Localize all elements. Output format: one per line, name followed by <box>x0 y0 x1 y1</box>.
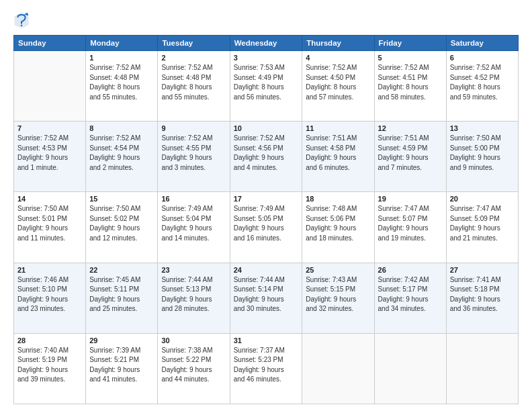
day-info: Sunrise: 7:48 AMSunset: 5:06 PMDaylight:… <box>306 204 370 243</box>
calendar-cell: 11Sunrise: 7:51 AMSunset: 4:58 PMDayligh… <box>302 122 374 192</box>
calendar-week-row: 21Sunrise: 7:46 AMSunset: 5:10 PMDayligh… <box>14 263 519 333</box>
day-info: Sunrise: 7:52 AMSunset: 4:51 PMDaylight:… <box>378 63 443 102</box>
day-info: Sunrise: 7:52 AMSunset: 4:53 PMDaylight:… <box>17 134 82 173</box>
day-info: Sunrise: 7:52 AMSunset: 4:48 PMDaylight:… <box>89 63 154 102</box>
calendar-cell: 12Sunrise: 7:51 AMSunset: 4:59 PMDayligh… <box>374 122 446 192</box>
calendar-table: SundayMondayTuesdayWednesdayThursdayFrid… <box>13 35 519 404</box>
calendar-cell: 18Sunrise: 7:48 AMSunset: 5:06 PMDayligh… <box>302 192 374 263</box>
day-number: 22 <box>89 266 154 274</box>
day-info: Sunrise: 7:51 AMSunset: 4:59 PMDaylight:… <box>378 134 443 173</box>
calendar-cell <box>446 333 518 404</box>
calendar-cell: 17Sunrise: 7:49 AMSunset: 5:05 PMDayligh… <box>230 192 302 263</box>
day-info: Sunrise: 7:52 AMSunset: 4:50 PMDaylight:… <box>306 63 370 102</box>
day-info: Sunrise: 7:49 AMSunset: 5:04 PMDaylight:… <box>161 204 226 243</box>
day-number: 8 <box>89 124 154 132</box>
calendar-cell: 5Sunrise: 7:52 AMSunset: 4:51 PMDaylight… <box>374 51 446 122</box>
day-number: 23 <box>161 266 226 274</box>
calendar-cell: 8Sunrise: 7:52 AMSunset: 4:54 PMDaylight… <box>86 122 158 192</box>
day-number: 21 <box>17 266 82 274</box>
calendar-cell: 22Sunrise: 7:45 AMSunset: 5:11 PMDayligh… <box>86 263 158 333</box>
calendar-cell: 4Sunrise: 7:52 AMSunset: 4:50 PMDaylight… <box>302 51 374 122</box>
day-number: 31 <box>234 336 299 345</box>
weekday-header: Monday <box>86 36 158 51</box>
day-info: Sunrise: 7:47 AMSunset: 5:07 PMDaylight:… <box>378 204 443 243</box>
weekday-header: Wednesday <box>230 36 302 51</box>
day-info: Sunrise: 7:52 AMSunset: 4:55 PMDaylight:… <box>161 134 226 173</box>
day-number: 20 <box>450 195 515 203</box>
day-number: 2 <box>161 54 226 62</box>
day-info: Sunrise: 7:53 AMSunset: 4:49 PMDaylight:… <box>234 63 299 102</box>
calendar-cell: 26Sunrise: 7:42 AMSunset: 5:17 PMDayligh… <box>374 263 446 333</box>
day-number: 5 <box>378 54 443 62</box>
header <box>13 11 519 30</box>
day-number: 11 <box>306 124 370 132</box>
day-number: 28 <box>17 336 82 345</box>
day-info: Sunrise: 7:45 AMSunset: 5:11 PMDaylight:… <box>89 275 154 314</box>
day-info: Sunrise: 7:43 AMSunset: 5:15 PMDaylight:… <box>306 275 370 314</box>
day-number: 12 <box>378 124 443 132</box>
day-info: Sunrise: 7:50 AMSunset: 5:00 PMDaylight:… <box>450 134 515 173</box>
day-number: 1 <box>89 54 154 62</box>
day-info: Sunrise: 7:50 AMSunset: 5:01 PMDaylight:… <box>17 204 82 243</box>
day-info: Sunrise: 7:40 AMSunset: 5:19 PMDaylight:… <box>17 346 82 385</box>
calendar-cell: 27Sunrise: 7:41 AMSunset: 5:18 PMDayligh… <box>446 263 518 333</box>
calendar-cell: 13Sunrise: 7:50 AMSunset: 5:00 PMDayligh… <box>446 122 518 192</box>
calendar-cell: 20Sunrise: 7:47 AMSunset: 5:09 PMDayligh… <box>446 192 518 263</box>
logo-icon <box>13 11 30 30</box>
day-info: Sunrise: 7:44 AMSunset: 5:14 PMDaylight:… <box>234 275 299 314</box>
day-info: Sunrise: 7:52 AMSunset: 4:56 PMDaylight:… <box>234 134 299 173</box>
day-info: Sunrise: 7:50 AMSunset: 5:02 PMDaylight:… <box>89 204 154 243</box>
day-number: 19 <box>378 195 443 203</box>
calendar-cell: 9Sunrise: 7:52 AMSunset: 4:55 PMDaylight… <box>158 122 230 192</box>
day-number: 9 <box>161 124 226 132</box>
weekday-header: Saturday <box>446 36 518 51</box>
page: SundayMondayTuesdayWednesdayThursdayFrid… <box>0 0 532 411</box>
weekday-header: Sunday <box>14 36 86 51</box>
calendar-cell: 14Sunrise: 7:50 AMSunset: 5:01 PMDayligh… <box>14 192 86 263</box>
day-info: Sunrise: 7:38 AMSunset: 5:22 PMDaylight:… <box>161 346 226 385</box>
day-number: 29 <box>89 336 154 345</box>
calendar-cell: 6Sunrise: 7:52 AMSunset: 4:52 PMDaylight… <box>446 51 518 122</box>
calendar-cell <box>14 51 86 122</box>
day-number: 18 <box>306 195 370 203</box>
calendar-cell: 23Sunrise: 7:44 AMSunset: 5:13 PMDayligh… <box>158 263 230 333</box>
day-info: Sunrise: 7:47 AMSunset: 5:09 PMDaylight:… <box>450 204 515 243</box>
day-number: 25 <box>306 266 370 274</box>
calendar-cell: 21Sunrise: 7:46 AMSunset: 5:10 PMDayligh… <box>14 263 86 333</box>
day-info: Sunrise: 7:52 AMSunset: 4:48 PMDaylight:… <box>161 63 226 102</box>
day-info: Sunrise: 7:42 AMSunset: 5:17 PMDaylight:… <box>378 275 443 314</box>
calendar-cell: 16Sunrise: 7:49 AMSunset: 5:04 PMDayligh… <box>158 192 230 263</box>
day-number: 13 <box>450 124 515 132</box>
calendar-cell: 2Sunrise: 7:52 AMSunset: 4:48 PMDaylight… <box>158 51 230 122</box>
day-info: Sunrise: 7:44 AMSunset: 5:13 PMDaylight:… <box>161 275 226 314</box>
calendar-week-row: 14Sunrise: 7:50 AMSunset: 5:01 PMDayligh… <box>14 192 519 263</box>
day-info: Sunrise: 7:52 AMSunset: 4:52 PMDaylight:… <box>450 63 515 102</box>
calendar-cell: 29Sunrise: 7:39 AMSunset: 5:21 PMDayligh… <box>86 333 158 404</box>
day-info: Sunrise: 7:52 AMSunset: 4:54 PMDaylight:… <box>89 134 154 173</box>
day-info: Sunrise: 7:41 AMSunset: 5:18 PMDaylight:… <box>450 275 515 314</box>
day-number: 3 <box>234 54 299 62</box>
calendar-week-row: 28Sunrise: 7:40 AMSunset: 5:19 PMDayligh… <box>14 333 519 404</box>
day-number: 7 <box>17 124 82 132</box>
day-number: 26 <box>378 266 443 274</box>
calendar-cell <box>374 333 446 404</box>
day-number: 15 <box>89 195 154 203</box>
calendar-cell: 3Sunrise: 7:53 AMSunset: 4:49 PMDaylight… <box>230 51 302 122</box>
day-number: 17 <box>234 195 299 203</box>
calendar-cell: 1Sunrise: 7:52 AMSunset: 4:48 PMDaylight… <box>86 51 158 122</box>
calendar-cell: 30Sunrise: 7:38 AMSunset: 5:22 PMDayligh… <box>158 333 230 404</box>
day-number: 10 <box>234 124 299 132</box>
svg-point-1 <box>21 25 22 26</box>
day-number: 6 <box>450 54 515 62</box>
calendar-cell: 10Sunrise: 7:52 AMSunset: 4:56 PMDayligh… <box>230 122 302 192</box>
calendar-cell: 25Sunrise: 7:43 AMSunset: 5:15 PMDayligh… <box>302 263 374 333</box>
day-info: Sunrise: 7:37 AMSunset: 5:23 PMDaylight:… <box>234 346 299 385</box>
calendar-cell: 7Sunrise: 7:52 AMSunset: 4:53 PMDaylight… <box>14 122 86 192</box>
calendar-week-row: 1Sunrise: 7:52 AMSunset: 4:48 PMDaylight… <box>14 51 519 122</box>
day-number: 30 <box>161 336 226 345</box>
logo <box>13 11 32 30</box>
day-number: 14 <box>17 195 82 203</box>
calendar-cell: 24Sunrise: 7:44 AMSunset: 5:14 PMDayligh… <box>230 263 302 333</box>
calendar-cell: 15Sunrise: 7:50 AMSunset: 5:02 PMDayligh… <box>86 192 158 263</box>
day-number: 27 <box>450 266 515 274</box>
